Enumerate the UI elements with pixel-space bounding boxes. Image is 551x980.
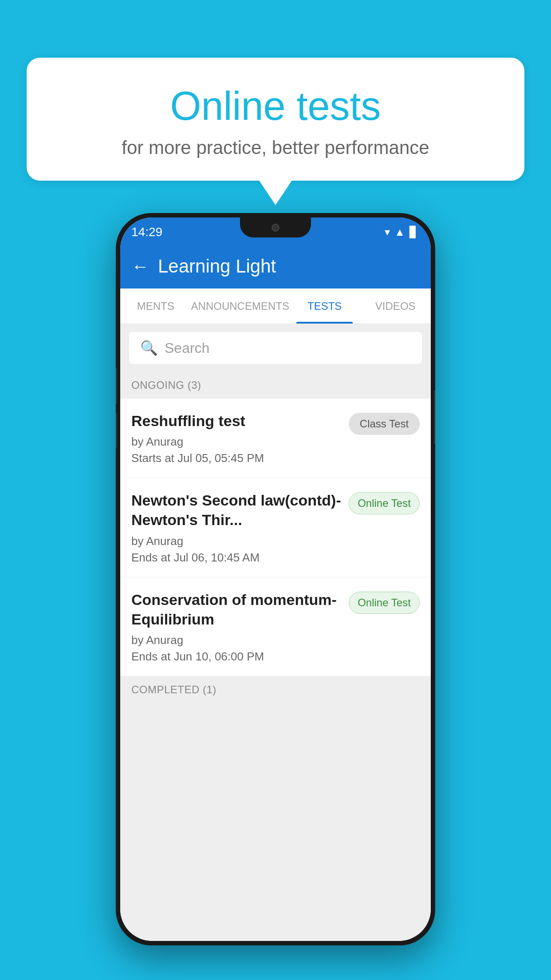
test-author: by Anurag xyxy=(131,534,342,548)
online-test-badge: Online Test xyxy=(349,492,420,514)
volume-down-button xyxy=(116,413,117,448)
status-icons: ▾ ▲ ▊ xyxy=(385,226,417,238)
back-button[interactable]: ← xyxy=(131,257,149,277)
battery-icon: ▊ xyxy=(409,226,417,238)
completed-label: COMPLETED (1) xyxy=(131,684,216,695)
screen-content: 🔍 Search ONGOING (3) Reshuffling test by… xyxy=(120,324,431,941)
phone-screen: 14:29 ▾ ▲ ▊ ← Learning Light MENTS ANNOU… xyxy=(120,217,431,941)
app-header: ← Learning Light xyxy=(120,244,431,288)
test-time: Ends at Jul 06, 10:45 AM xyxy=(131,551,342,565)
online-test-badge: Online Test xyxy=(349,592,420,614)
wifi-icon: ▾ xyxy=(385,226,390,238)
search-icon: 🔍 xyxy=(140,340,158,356)
status-time: 14:29 xyxy=(131,225,162,239)
tab-announcements[interactable]: ANNOUNCEMENTS xyxy=(191,288,289,324)
test-name: Conservation of momentum-Equilibrium xyxy=(131,590,342,629)
test-name: Reshuffling test xyxy=(131,411,342,431)
front-camera xyxy=(272,224,279,232)
phone-outer-shell: 14:29 ▾ ▲ ▊ ← Learning Light MENTS ANNOU… xyxy=(116,213,435,945)
speech-bubble: Online tests for more practice, better p… xyxy=(27,58,524,181)
tab-assignments[interactable]: MENTS xyxy=(120,288,191,324)
search-input[interactable]: 🔍 Search xyxy=(129,332,422,364)
power-button xyxy=(434,391,435,444)
search-placeholder-text: Search xyxy=(165,340,209,356)
volume-up-button xyxy=(116,368,117,404)
ongoing-label: ONGOING (3) xyxy=(131,379,201,391)
class-test-badge: Class Test xyxy=(349,413,420,435)
ongoing-section-header: ONGOING (3) xyxy=(120,372,431,399)
test-author: by Anurag xyxy=(131,435,342,449)
test-list: Reshuffling test by Anurag Starts at Jul… xyxy=(120,399,431,676)
test-item[interactable]: Reshuffling test by Anurag Starts at Jul… xyxy=(120,399,431,478)
bubble-title: Online tests xyxy=(62,84,489,128)
test-author: by Anurag xyxy=(131,633,342,647)
bubble-subtitle: for more practice, better performance xyxy=(62,137,489,158)
test-time: Starts at Jul 05, 05:45 PM xyxy=(131,451,342,465)
test-info: Reshuffling test by Anurag Starts at Jul… xyxy=(131,411,342,465)
test-info: Newton's Second law(contd)-Newton's Thir… xyxy=(131,490,342,564)
test-name: Newton's Second law(contd)-Newton's Thir… xyxy=(131,490,342,530)
tab-videos[interactable]: VIDEOS xyxy=(360,288,431,324)
test-item[interactable]: Conservation of momentum-Equilibrium by … xyxy=(120,577,431,676)
signal-icon: ▲ xyxy=(394,226,405,238)
tab-tests[interactable]: TESTS xyxy=(289,288,360,324)
test-time: Ends at Jun 10, 06:00 PM xyxy=(131,650,342,664)
phone-notch xyxy=(240,217,311,237)
speech-bubble-container: Online tests for more practice, better p… xyxy=(27,58,524,181)
phone-mockup: 14:29 ▾ ▲ ▊ ← Learning Light MENTS ANNOU… xyxy=(116,213,435,945)
test-item[interactable]: Newton's Second law(contd)-Newton's Thir… xyxy=(120,478,431,577)
search-container: 🔍 Search xyxy=(120,324,431,372)
tabs-bar: MENTS ANNOUNCEMENTS TESTS VIDEOS xyxy=(120,288,431,324)
test-info: Conservation of momentum-Equilibrium by … xyxy=(131,590,342,664)
app-title: Learning Light xyxy=(158,256,276,277)
completed-section-header: COMPLETED (1) xyxy=(120,676,431,703)
